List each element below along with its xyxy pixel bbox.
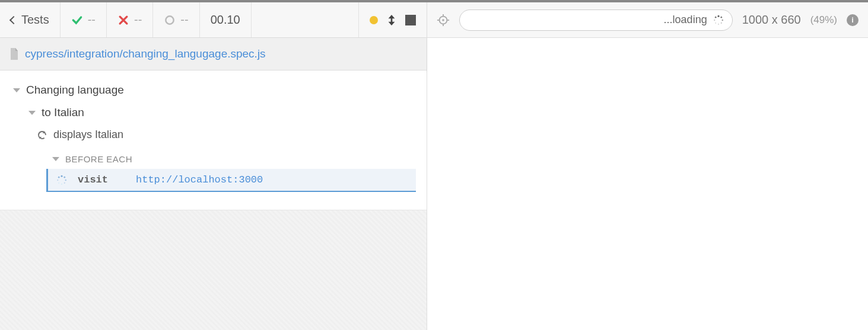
suite-row[interactable]: Changing language: [0, 79, 427, 101]
toolbar-controls: [359, 2, 427, 37]
command-arg: http://localhost:3000: [136, 174, 263, 185]
hook-header[interactable]: BEFORE EACH: [46, 149, 416, 169]
circle-icon: [164, 14, 176, 26]
chevron-down-icon: [13, 88, 20, 92]
context-row[interactable]: to Italian: [0, 101, 427, 124]
svg-point-8: [57, 179, 58, 180]
viewport-dimensions: 1000 x 660: [742, 13, 801, 27]
timer-cell: 00.10: [200, 2, 252, 37]
command-row[interactable]: visit http://localhost:3000: [46, 169, 416, 192]
svg-point-20: [718, 23, 719, 24]
svg-point-17: [720, 16, 722, 18]
pending-count: --: [180, 13, 188, 27]
failed-count: --: [134, 13, 142, 27]
preview-header: ...loading 1000 x 660 (49%) i: [427, 2, 868, 38]
context-title: to Italian: [42, 106, 84, 119]
toolbar-spacer: [252, 2, 359, 37]
svg-point-22: [714, 19, 715, 20]
svg-point-23: [715, 16, 717, 18]
back-to-tests[interactable]: Tests: [0, 2, 61, 37]
reporter-empty-area: [0, 210, 427, 330]
svg-point-3: [63, 176, 65, 178]
timer-value: 00.10: [211, 13, 240, 27]
viewport-scale: (49%): [810, 14, 837, 26]
file-icon: [9, 48, 19, 60]
cypress-runner: Tests -- -- -- 00.10: [0, 0, 868, 330]
spinner-icon: [56, 175, 67, 185]
url-bar[interactable]: ...loading: [459, 9, 733, 31]
running-icon: [37, 130, 47, 140]
selector-playground-icon[interactable]: [437, 14, 450, 27]
svg-point-6: [61, 183, 62, 184]
svg-point-4: [65, 179, 66, 180]
svg-point-2: [61, 175, 63, 177]
check-icon: [71, 14, 83, 26]
tests-label: Tests: [21, 13, 49, 27]
svg-point-21: [715, 22, 716, 23]
info-icon[interactable]: i: [847, 14, 859, 26]
spec-file-path: cypress/integration/changing_langugage.s…: [25, 47, 266, 60]
reporter-toolbar: Tests -- -- -- 00.10: [0, 2, 427, 38]
x-icon: [117, 14, 129, 26]
test-title: displays Italian: [53, 129, 123, 141]
svg-point-19: [720, 22, 721, 23]
command-log: BEFORE EACH visit http://localhost:3000: [46, 149, 416, 192]
chevron-down-icon: [52, 157, 59, 161]
stat-failed: --: [107, 2, 153, 37]
svg-point-0: [166, 16, 174, 24]
svg-point-7: [58, 182, 59, 183]
stat-pending: --: [153, 2, 199, 37]
url-input[interactable]: [468, 15, 658, 25]
passed-count: --: [88, 13, 96, 27]
chevron-down-icon: [28, 111, 36, 115]
command-name: visit: [78, 174, 125, 185]
svg-point-11: [442, 19, 444, 21]
stop-button[interactable]: [405, 15, 416, 25]
hook-label: BEFORE EACH: [65, 154, 132, 164]
svg-point-5: [64, 182, 65, 183]
loading-label: ...loading: [664, 14, 707, 26]
svg-point-9: [58, 176, 60, 178]
test-tree: Changing language to Italian displays It…: [0, 71, 427, 210]
chevron-left-icon: [9, 15, 18, 24]
svg-point-16: [717, 15, 719, 17]
app-preview-panel: ...loading 1000 x 660 (49%) i: [427, 2, 868, 330]
test-row[interactable]: displays Italian: [0, 124, 427, 146]
status-dot-icon: [370, 16, 378, 24]
app-iframe-area[interactable]: [427, 38, 868, 330]
auto-scroll-icon[interactable]: [386, 14, 397, 27]
suite-title: Changing language: [26, 84, 124, 97]
reporter-panel: Tests -- -- -- 00.10: [0, 2, 427, 330]
svg-point-18: [721, 19, 723, 20]
spec-file-bar[interactable]: cypress/integration/changing_langugage.s…: [0, 38, 427, 71]
stat-passed: --: [61, 2, 107, 37]
spinner-icon: [713, 15, 724, 25]
